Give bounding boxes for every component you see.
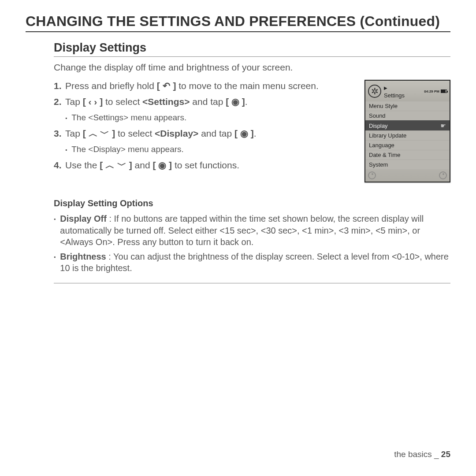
text: Tap <box>65 128 83 138</box>
list-item: Sound <box>365 111 450 120</box>
device-header: ▶ Settings 04:29 PM <box>365 81 450 101</box>
text: The <Settings> menu appears. <box>71 112 186 123</box>
intro-text: Change the display off time and brightne… <box>54 62 450 73</box>
option-desc: : If no buttons are tapped within the ti… <box>60 214 424 247</box>
text: Tap <box>65 97 83 107</box>
knob-icon <box>368 171 376 179</box>
step-3: 3. Tap [ ︿ ﹀ ] to select <Display> and t… <box>54 127 354 140</box>
list-item: System <box>365 160 450 169</box>
pointer-icon: ☚ <box>440 122 446 129</box>
list-item: Date & Time <box>365 150 450 160</box>
page-number: 25 <box>441 450 450 459</box>
step-number: 3. <box>54 127 65 140</box>
step-2-sub: The <Settings> menu appears. <box>65 112 354 123</box>
text-bold: <Settings> <box>142 97 190 107</box>
step-1: 1. Press and briefly hold [ ↶ ] to move … <box>54 80 354 92</box>
option-name: Display Off <box>60 214 107 223</box>
knob-icon <box>439 171 447 179</box>
device-footer <box>365 169 450 182</box>
footer-section: the basics _ <box>394 450 441 459</box>
option-item: Display Off : If no buttons are tapped w… <box>54 213 450 248</box>
text: The <Display> menu appears. <box>71 144 184 155</box>
text: . <box>245 97 248 107</box>
option-desc: : You can adjust the brightness of the d… <box>60 252 449 273</box>
text: and tap <box>198 128 234 138</box>
step-number: 2. <box>54 96 65 108</box>
device-title: Settings <box>384 92 405 99</box>
section-title: Display Settings <box>54 41 450 57</box>
text: to select <box>115 128 155 138</box>
options-title: Display Setting Options <box>54 198 450 208</box>
select-icon: [ ◉ ] <box>234 128 254 138</box>
step-list: 1. Press and briefly hold [ ↶ ] to move … <box>54 80 354 175</box>
text: Display <box>369 123 388 129</box>
option-body: Brightness : You can adjust the brightne… <box>60 251 450 274</box>
option-name: Brightness <box>60 252 106 261</box>
step-number: 4. <box>54 159 65 171</box>
list-item: Language <box>365 140 450 150</box>
device-status: 04:29 PM <box>424 89 447 93</box>
device-time: 04:29 PM <box>424 89 439 93</box>
text: Use the <box>65 160 100 170</box>
text: to set functions. <box>172 160 239 170</box>
step-3-sub: The <Display> menu appears. <box>65 144 354 155</box>
text: and tap <box>190 97 226 107</box>
gear-icon <box>368 85 381 98</box>
list-item-selected: Display ☚ <box>365 120 450 130</box>
step-4: 4. Use the [ ︿ ﹀ ] and [ ◉ ] to set func… <box>54 159 354 171</box>
text: to select <box>103 97 142 107</box>
list-item: Menu Style <box>365 101 450 111</box>
up-down-icon: [ ︿ ﹀ ] <box>83 128 115 138</box>
select-icon: [ ◉ ] <box>226 97 245 107</box>
step-number: 1. <box>54 80 65 92</box>
page-footer: the basics _ 25 <box>394 450 450 459</box>
text: Press and briefly hold <box>65 81 157 91</box>
text: and <box>132 160 153 170</box>
back-icon: [ ↶ ] <box>157 81 176 91</box>
list-item: Library Update <box>365 130 450 140</box>
page-title: CHANGING THE SETTINGS AND PREFERENCES (C… <box>26 13 450 32</box>
options-list: Display Off : If no buttons are tapped w… <box>54 213 450 283</box>
select-icon: [ ◉ ] <box>152 160 172 170</box>
text: to move to the main menu screen. <box>176 81 318 91</box>
step-2: 2. Tap [ ‹ › ] to select <Settings> and … <box>54 96 354 108</box>
device-screenshot: ▶ Settings 04:29 PM Menu Style Sound Dis… <box>364 80 450 182</box>
option-item: Brightness : You can adjust the brightne… <box>54 251 450 274</box>
play-icon: ▶ <box>384 86 387 90</box>
text: . <box>254 128 257 138</box>
option-body: Display Off : If no buttons are tapped w… <box>60 213 450 248</box>
battery-icon <box>441 89 447 93</box>
step-body: Press and briefly hold [ ↶ ] to move to … <box>65 80 354 92</box>
up-down-icon: [ ︿ ﹀ ] <box>100 160 132 170</box>
text-bold: <Display> <box>155 128 198 138</box>
left-right-icon: [ ‹ › ] <box>83 97 103 107</box>
step-body: Tap [ ︿ ﹀ ] to select <Display> and tap … <box>65 127 354 140</box>
device-menu-list: Menu Style Sound Display ☚ Library Updat… <box>365 101 450 169</box>
step-body: Use the [ ︿ ﹀ ] and [ ◉ ] to set functio… <box>65 159 354 171</box>
step-body: Tap [ ‹ › ] to select <Settings> and tap… <box>65 96 354 108</box>
